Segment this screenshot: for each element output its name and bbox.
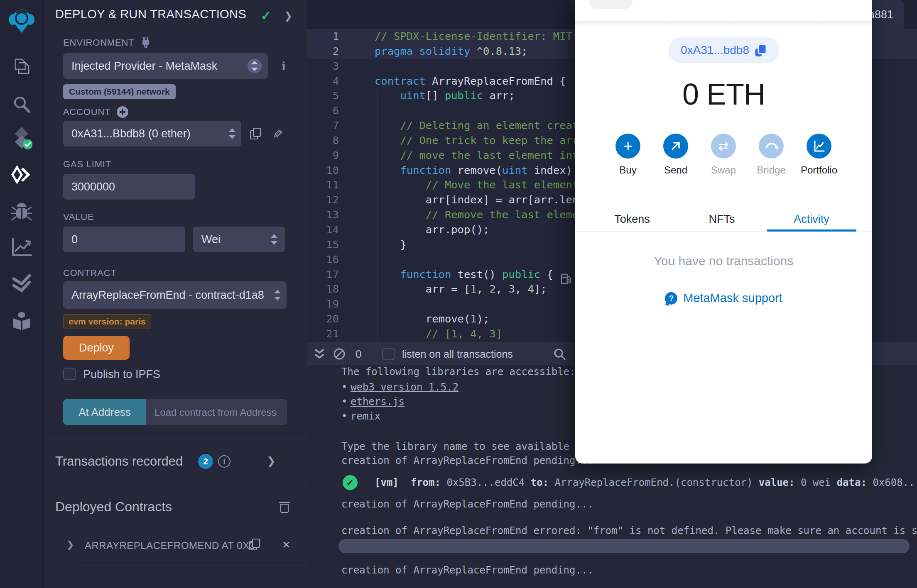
remove-deployed-icon[interactable]: × <box>282 537 290 552</box>
terminal-line: The following libraries are accessible: <box>341 366 576 378</box>
portfolio-button[interactable]: Portfolio <box>794 134 844 176</box>
at-address-button[interactable]: At Address <box>63 399 146 425</box>
clear-deployed-icon[interactable] <box>279 500 290 513</box>
plug-icon <box>140 37 152 49</box>
deploy-run-panel: DEPLOY & RUN TRANSACTIONS ✓ ❯ ENVIRONMEN… <box>43 0 307 588</box>
terminal-scrollbar[interactable] <box>338 539 910 553</box>
analytics-icon[interactable] <box>11 238 32 257</box>
line-number: 8 <box>307 133 364 148</box>
clear-console-icon[interactable] <box>333 348 346 360</box>
empty-transactions-text: You have no transactions <box>575 254 872 268</box>
pending-tx-count: 0 <box>356 348 361 361</box>
listen-transactions-checkbox[interactable] <box>382 348 395 360</box>
copy-address-icon[interactable] <box>755 44 767 56</box>
eth-balance: 0 ETH <box>575 77 872 111</box>
publish-ipfs-label: Publish to IPFS <box>83 368 160 381</box>
buy-button[interactable]: + Buy <box>603 134 653 176</box>
value-unit-stepper-icon[interactable] <box>271 234 277 245</box>
account-stepper-icon[interactable] <box>229 128 235 139</box>
search-icon[interactable] <box>12 95 31 114</box>
environment-label: ENVIRONMENT <box>63 37 152 49</box>
tab-activity[interactable]: Activity <box>767 207 856 232</box>
divider <box>43 486 307 486</box>
evm-version-badge: evm version: paris <box>63 314 151 329</box>
terminal-line: creation of ArrayReplaceFromEnd pending.… <box>341 455 593 466</box>
line-number: 1 <box>307 29 364 44</box>
terminal-line: [vm] from: 0x5B3...eddC4 to: ArrayReplac… <box>375 477 917 488</box>
tab-nfts[interactable]: NFTs <box>677 207 767 232</box>
remix-logo-icon[interactable] <box>8 7 35 34</box>
solidity-compiler-icon[interactable] <box>11 126 32 149</box>
environment-select[interactable]: Injected Provider - MetaMask <box>63 53 268 79</box>
line-number: 6 <box>307 103 364 118</box>
line-number: 5 <box>307 88 364 103</box>
metamask-support-link[interactable]: ? MetaMask support <box>575 291 872 305</box>
contract-stepper-icon[interactable] <box>274 290 281 300</box>
learn-icon[interactable] <box>11 312 32 331</box>
gas-limit-label: GAS LIMIT <box>63 159 111 170</box>
activity-bar <box>0 0 44 588</box>
tab-tokens[interactable]: Tokens <box>587 207 677 232</box>
remix-ide-window: DEPLOY & RUN TRANSACTIONS ✓ ❯ ENVIRONMEN… <box>0 0 917 588</box>
line-number: 10 <box>307 163 364 178</box>
at-address-input[interactable] <box>146 399 287 425</box>
line-number: 13 <box>307 207 364 222</box>
copy-deployed-icon[interactable] <box>249 539 260 550</box>
environment-info-icon[interactable]: i <box>277 60 290 72</box>
terminal-line: creation of ArrayReplaceFromEnd errored:… <box>341 525 917 537</box>
deploy-run-icon[interactable] <box>10 164 33 185</box>
line-number: 17 <box>307 267 364 282</box>
terminal-line[interactable]: •ethers.js <box>341 396 405 407</box>
terminal-search-icon[interactable] <box>553 348 566 360</box>
line-number: 14 <box>307 222 364 237</box>
line-number: 21 <box>307 327 364 342</box>
transactions-count-badge: 2 <box>198 454 213 469</box>
divider <box>75 566 307 566</box>
indent-guide <box>403 282 403 327</box>
edit-account-icon[interactable]: ✎ <box>272 127 283 142</box>
metamask-popup: 0xA31...bdb8 0 ETH + Buy Send ⇄ Swap Bri… <box>575 0 872 464</box>
account-label: ACCOUNT <box>63 106 129 118</box>
buy-icon: + <box>615 134 640 159</box>
line-number: 3 <box>307 59 364 74</box>
terminal-line[interactable]: •web3 version 1.5.2 <box>341 381 458 393</box>
gas-estimate-icon <box>561 273 571 284</box>
portfolio-icon <box>807 134 831 159</box>
swap-icon: ⇄ <box>711 134 736 159</box>
transactions-recorded-label: Transactions recorded <box>55 454 183 469</box>
line-number: 9 <box>307 148 364 163</box>
send-button[interactable]: Send <box>651 134 701 176</box>
unit-testing-icon[interactable] <box>11 274 32 293</box>
listen-transactions-label: listen on all transactions <box>402 348 513 360</box>
deployed-contracts-label: Deployed Contracts <box>55 499 172 515</box>
debugger-icon[interactable] <box>11 202 32 222</box>
deployed-item-label[interactable]: ARRAYREPLACEFROMEND AT 0X3 <box>85 540 255 551</box>
bridge-button: Bridge <box>746 134 796 176</box>
account-address-pill[interactable]: 0xA31...bdb8 <box>668 37 779 63</box>
gas-limit-input[interactable] <box>63 174 195 200</box>
line-number: 16 <box>307 252 364 267</box>
collapse-terminal-icon[interactable] <box>313 348 326 361</box>
panel-title: DEPLOY & RUN TRANSACTIONS <box>55 7 246 21</box>
publish-ipfs-checkbox[interactable] <box>63 368 76 380</box>
line-number: 12 <box>307 193 364 207</box>
environment-stepper-icon[interactable] <box>248 59 262 73</box>
send-icon <box>663 134 688 159</box>
deploy-button[interactable]: Deploy <box>63 336 130 360</box>
line-number: 20 <box>307 312 364 327</box>
panel-expand-icon[interactable]: ❯ <box>284 10 292 22</box>
contract-select[interactable]: ArrayReplaceFromEnd - contract-d1a8 <box>63 281 287 309</box>
file-explorer-icon[interactable] <box>12 57 31 76</box>
network-pill-remnant <box>589 0 633 9</box>
deployed-item-chevron-icon[interactable]: ❯ <box>66 539 74 550</box>
bridge-icon <box>759 134 784 159</box>
terminal-line: creation of ArrayReplaceFromEnd pending.… <box>341 498 593 510</box>
copy-account-icon[interactable] <box>250 128 261 139</box>
value-input[interactable] <box>63 227 185 252</box>
line-number: 18 <box>307 282 364 297</box>
transactions-expand-icon[interactable]: ❯ <box>267 455 276 468</box>
account-select[interactable]: 0xA31...Bbdb8 (0 ether) <box>63 121 241 146</box>
address-text: 0xA31...bdb8 <box>681 44 749 57</box>
add-account-icon[interactable] <box>116 106 129 118</box>
transactions-info-icon[interactable]: i <box>218 455 230 468</box>
